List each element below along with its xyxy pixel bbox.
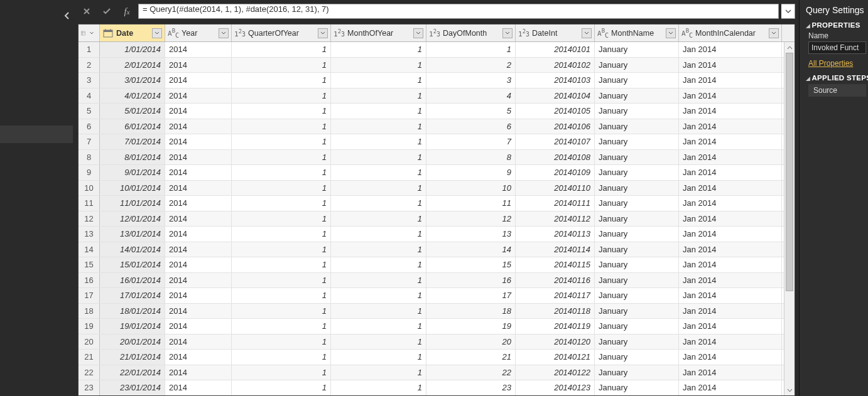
cell-year[interactable]: 2014 bbox=[165, 273, 232, 288]
cell-quarterofyear[interactable]: 1 bbox=[232, 288, 331, 303]
cell-monthofyear[interactable]: 1 bbox=[331, 119, 426, 134]
row-number[interactable]: 17 bbox=[79, 288, 100, 303]
cell-monthofyear[interactable]: 1 bbox=[331, 104, 426, 119]
cell-monthincalendar[interactable]: Jan 2014 bbox=[679, 319, 782, 334]
cell-dayofmonth[interactable]: 23 bbox=[426, 380, 516, 395]
table-row[interactable]: 1010/01/20142014111020140110JanuaryJan 2… bbox=[79, 181, 795, 196]
cell-year[interactable]: 2014 bbox=[165, 181, 232, 196]
table-row[interactable]: 1515/01/20142014111520140115JanuaryJan 2… bbox=[79, 257, 795, 273]
cell-dayofmonth[interactable]: 1 bbox=[426, 42, 516, 57]
cell-date[interactable]: 16/01/2014 bbox=[100, 273, 165, 288]
column-filter-dropdown-icon[interactable] bbox=[152, 28, 162, 38]
cell-monthofyear[interactable]: 1 bbox=[331, 304, 426, 319]
cell-dateint[interactable]: 20140117 bbox=[516, 288, 595, 303]
cell-dateint[interactable]: 20140104 bbox=[516, 88, 595, 104]
row-number[interactable]: 1 bbox=[79, 42, 100, 57]
cell-dateint[interactable]: 20140105 bbox=[516, 104, 595, 119]
cell-date[interactable]: 9/01/2014 bbox=[100, 165, 165, 180]
cell-monthname[interactable]: January bbox=[595, 365, 679, 380]
cell-dayofmonth[interactable]: 22 bbox=[426, 365, 516, 380]
cell-date[interactable]: 8/01/2014 bbox=[100, 150, 165, 165]
table-row[interactable]: 99/01/2014201411920140109JanuaryJan 2014 bbox=[79, 165, 795, 181]
cell-dayofmonth[interactable]: 19 bbox=[426, 319, 516, 334]
cell-dayofmonth[interactable]: 15 bbox=[426, 257, 516, 272]
cell-dayofmonth[interactable]: 5 bbox=[426, 104, 516, 119]
cell-date[interactable]: 18/01/2014 bbox=[100, 304, 165, 319]
cell-monthincalendar[interactable]: Jan 2014 bbox=[679, 165, 782, 180]
cell-date[interactable]: 20/01/2014 bbox=[100, 334, 165, 350]
cell-date[interactable]: 13/01/2014 bbox=[100, 227, 165, 242]
table-row[interactable]: 2323/01/20142014112320140123JanuaryJan 2… bbox=[79, 380, 795, 395]
cell-monthincalendar[interactable]: Jan 2014 bbox=[679, 58, 782, 73]
cell-year[interactable]: 2014 bbox=[165, 150, 232, 165]
cell-dateint[interactable]: 20140116 bbox=[516, 273, 595, 288]
table-row[interactable]: 1313/01/20142014111320140113JanuaryJan 2… bbox=[79, 227, 795, 242]
cell-dayofmonth[interactable]: 11 bbox=[426, 196, 516, 211]
cell-date[interactable]: 1/01/2014 bbox=[100, 42, 165, 57]
applied-steps-section-header[interactable]: APPLIED STEPS bbox=[806, 74, 868, 82]
cell-monthincalendar[interactable]: Jan 2014 bbox=[679, 380, 782, 395]
cell-date[interactable]: 19/01/2014 bbox=[100, 319, 165, 334]
cell-year[interactable]: 2014 bbox=[165, 211, 232, 227]
selected-query-stub[interactable] bbox=[0, 126, 73, 143]
cell-year[interactable]: 2014 bbox=[165, 119, 232, 134]
cell-dayofmonth[interactable]: 2 bbox=[426, 58, 516, 73]
cell-monthname[interactable]: January bbox=[595, 273, 679, 288]
cell-dateint[interactable]: 20140119 bbox=[516, 319, 595, 334]
cell-dateint[interactable]: 20140112 bbox=[516, 211, 595, 227]
cell-quarterofyear[interactable]: 1 bbox=[232, 211, 331, 227]
column-filter-dropdown-icon[interactable] bbox=[582, 28, 592, 38]
column-header-monthname[interactable]: ABCMonthName bbox=[595, 24, 679, 41]
cell-monthofyear[interactable]: 1 bbox=[331, 334, 426, 350]
cell-dateint[interactable]: 20140106 bbox=[516, 119, 595, 134]
cell-dateint[interactable]: 20140120 bbox=[516, 334, 595, 350]
cell-monthofyear[interactable]: 1 bbox=[331, 242, 426, 257]
cell-monthname[interactable]: January bbox=[595, 350, 679, 365]
cell-date[interactable]: 7/01/2014 bbox=[100, 134, 165, 149]
cell-monthofyear[interactable]: 1 bbox=[331, 165, 426, 180]
cell-date[interactable]: 5/01/2014 bbox=[100, 104, 165, 119]
cell-monthofyear[interactable]: 1 bbox=[331, 227, 426, 242]
cell-dayofmonth[interactable]: 4 bbox=[426, 88, 516, 104]
cell-monthofyear[interactable]: 1 bbox=[331, 319, 426, 334]
cell-monthname[interactable]: January bbox=[595, 134, 679, 149]
column-header-date[interactable]: Date bbox=[100, 24, 165, 41]
cell-dayofmonth[interactable]: 16 bbox=[426, 273, 516, 288]
cell-year[interactable]: 2014 bbox=[165, 73, 232, 88]
cell-quarterofyear[interactable]: 1 bbox=[232, 319, 331, 334]
row-number[interactable]: 7 bbox=[79, 134, 100, 149]
cell-monthofyear[interactable]: 1 bbox=[331, 350, 426, 365]
cell-year[interactable]: 2014 bbox=[165, 257, 232, 272]
table-row[interactable]: 22/01/2014201411220140102JanuaryJan 2014 bbox=[79, 58, 795, 73]
cell-date[interactable]: 21/01/2014 bbox=[100, 350, 165, 365]
cell-monthofyear[interactable]: 1 bbox=[331, 42, 426, 57]
cell-dateint[interactable]: 20140115 bbox=[516, 257, 595, 272]
cell-year[interactable]: 2014 bbox=[165, 58, 232, 73]
cell-monthname[interactable]: January bbox=[595, 42, 679, 57]
cell-monthofyear[interactable]: 1 bbox=[331, 196, 426, 211]
cell-quarterofyear[interactable]: 1 bbox=[232, 257, 331, 272]
row-number[interactable]: 19 bbox=[79, 319, 100, 334]
cell-date[interactable]: 6/01/2014 bbox=[100, 119, 165, 134]
row-number[interactable]: 22 bbox=[79, 365, 100, 380]
vertical-scrollbar[interactable] bbox=[784, 42, 795, 395]
cell-dateint[interactable]: 20140110 bbox=[516, 181, 595, 196]
cell-monthname[interactable]: January bbox=[595, 104, 679, 119]
cell-monthofyear[interactable]: 1 bbox=[331, 134, 426, 149]
cell-quarterofyear[interactable]: 1 bbox=[232, 304, 331, 319]
cell-quarterofyear[interactable]: 1 bbox=[232, 334, 331, 350]
cell-monthofyear[interactable]: 1 bbox=[331, 150, 426, 165]
cell-date[interactable]: 14/01/2014 bbox=[100, 242, 165, 257]
cell-dayofmonth[interactable]: 7 bbox=[426, 134, 516, 149]
column-header-quarterofyear[interactable]: 123QuarterOfYear bbox=[232, 24, 331, 41]
cell-year[interactable]: 2014 bbox=[165, 196, 232, 211]
cell-quarterofyear[interactable]: 1 bbox=[232, 196, 331, 211]
row-number[interactable]: 21 bbox=[79, 350, 100, 365]
table-row[interactable]: 77/01/2014201411720140107JanuaryJan 2014 bbox=[79, 134, 795, 150]
column-filter-dropdown-icon[interactable] bbox=[769, 28, 779, 38]
cell-monthname[interactable]: January bbox=[595, 211, 679, 227]
cell-dayofmonth[interactable]: 17 bbox=[426, 288, 516, 303]
cell-monthincalendar[interactable]: Jan 2014 bbox=[679, 334, 782, 350]
cell-dateint[interactable]: 20140102 bbox=[516, 58, 595, 73]
applied-step-source[interactable]: Source bbox=[808, 84, 866, 97]
